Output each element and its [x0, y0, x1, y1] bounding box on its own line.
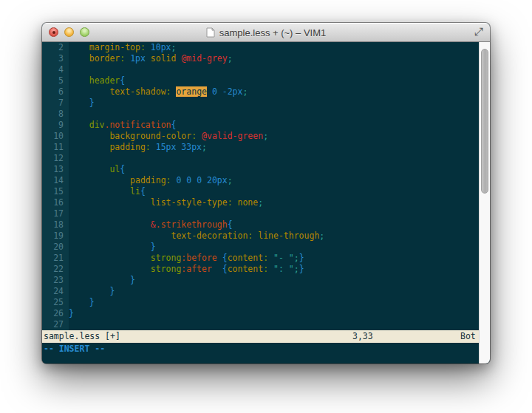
code-line[interactable]: 2 margin-top: 10px; — [42, 42, 479, 53]
code-token: } — [299, 264, 304, 274]
code-line[interactable]: 25 } — [42, 297, 479, 308]
minimize-button[interactable] — [64, 27, 74, 37]
code-line[interactable]: 24 } — [42, 286, 479, 297]
line-number: 5 — [42, 75, 69, 86]
code-token: : — [166, 86, 171, 97]
document-icon — [206, 27, 215, 38]
code-text: padding: 0 0 0 20px; — [69, 175, 479, 186]
code-token: } — [69, 308, 74, 318]
code-line[interactable]: 20 } — [42, 242, 479, 253]
code-token: div — [89, 120, 105, 130]
code-line[interactable]: 14 padding: 0 0 0 20px; — [42, 175, 479, 186]
code-line[interactable]: 5 header{ — [42, 75, 479, 86]
line-number: 26 — [42, 308, 69, 319]
close-button[interactable] — [49, 27, 58, 37]
line-number: 25 — [42, 297, 69, 308]
code-line[interactable]: 27 — [42, 319, 479, 330]
code-line[interactable]: 26} — [42, 308, 479, 319]
line-number: 14 — [42, 175, 69, 186]
code-token: content — [228, 264, 263, 274]
code-token — [151, 142, 156, 152]
line-number: 20 — [42, 242, 69, 253]
code-token — [146, 53, 151, 64]
code-text: } — [69, 286, 479, 297]
code-line[interactable]: 19 text-decoration: line-through; — [42, 231, 479, 242]
line-number: 22 — [42, 264, 69, 275]
code-token: { — [140, 186, 146, 197]
code-text — [69, 109, 479, 120]
code-text: background-color: @valid-green; — [69, 131, 479, 142]
code-line[interactable]: 8 — [42, 109, 479, 120]
code-text: padding: 15px 33px; — [69, 142, 479, 153]
zoom-button[interactable] — [80, 27, 89, 37]
code-text: strong:before {content: "- ";} — [69, 253, 479, 264]
line-number: 10 — [42, 131, 69, 142]
insert-mode-indicator: -- INSERT -- — [44, 344, 105, 355]
line-number: 6 — [42, 86, 69, 98]
code-token — [197, 131, 202, 141]
code-line[interactable]: 18 &.strikethrough{ — [42, 219, 479, 231]
code-token: } — [130, 275, 135, 285]
code-token: margin-top — [89, 42, 140, 52]
window-controls — [49, 27, 89, 37]
code-token: :after — [181, 264, 212, 274]
code-line[interactable]: 10 background-color: @valid-green; — [42, 131, 479, 142]
fullscreen-icon[interactable]: ⤢ — [472, 25, 485, 38]
code-line[interactable]: 23 } — [42, 275, 479, 286]
code-line[interactable]: 6 text-shadow: orange 0 -2px; — [42, 86, 479, 98]
code-token — [69, 275, 130, 285]
code-token — [217, 253, 222, 263]
code-token: } — [299, 253, 304, 263]
code-line[interactable]: 13 ul{ — [42, 164, 479, 175]
code-token: text-decoration — [171, 231, 248, 241]
code-text: ul{ — [69, 164, 479, 175]
code-token — [69, 86, 109, 97]
code-text — [69, 153, 479, 164]
code-token: ; — [319, 231, 324, 241]
window-titlebar[interactable]: sample.less + (~) – VIM1 ⤢ — [42, 23, 490, 42]
code-token: } — [89, 297, 95, 307]
line-number: 15 — [42, 186, 69, 197]
code-line[interactable]: 9 div.notification{ — [42, 120, 479, 131]
code-token: header — [89, 75, 120, 86]
line-number: 18 — [42, 219, 69, 231]
code-token: 0 -2px — [212, 86, 243, 97]
scrollbar-thumb[interactable] — [481, 49, 488, 194]
code-text: text-shadow: orange 0 -2px; — [69, 86, 479, 98]
statusline-position: Bot — [460, 330, 476, 343]
code-text: } — [69, 308, 479, 319]
code-token: { — [171, 120, 177, 130]
code-token: } — [89, 98, 95, 108]
code-text — [69, 64, 479, 75]
code-token — [268, 253, 273, 263]
code-line[interactable]: 16 list-style-type: none; — [42, 197, 479, 208]
code-token: : — [146, 142, 151, 152]
code-text: border: 1px solid @mid-grey; — [69, 53, 479, 64]
code-line[interactable]: 11 padding: 15px 33px; — [42, 142, 479, 153]
code-token: solid — [151, 53, 177, 64]
code-line[interactable]: 21 strong:before {content: "- ";} — [42, 253, 479, 264]
code-token — [69, 253, 151, 263]
code-token: { — [120, 75, 125, 86]
code-line[interactable]: 7 } — [42, 98, 479, 109]
code-text — [69, 208, 479, 219]
code-token: { — [222, 264, 228, 274]
code-line[interactable]: 4 — [42, 64, 479, 75]
code-token: ; — [294, 253, 299, 263]
code-text: list-style-type: none; — [69, 197, 479, 208]
code-token: ; — [171, 42, 177, 52]
line-number: 19 — [42, 231, 69, 242]
code-token — [69, 98, 89, 108]
code-token — [69, 131, 109, 141]
code-line[interactable]: 22 strong:after {content: ": ";} — [42, 264, 479, 275]
code-line[interactable]: 17 — [42, 208, 479, 219]
code-line[interactable]: 3 border: 1px solid @mid-grey; — [42, 53, 479, 64]
code-text: } — [69, 275, 479, 286]
code-line[interactable]: 15 li{ — [42, 186, 479, 197]
code-buffer[interactable]: 2 margin-top: 10px;3 border: 1px solid @… — [42, 42, 479, 330]
code-token: strong — [151, 264, 182, 274]
scrollbar-track[interactable] — [479, 42, 490, 363]
code-text: margin-top: 10px; — [69, 42, 479, 53]
code-line[interactable]: 12 — [42, 153, 479, 164]
code-token: line-through — [258, 231, 319, 241]
